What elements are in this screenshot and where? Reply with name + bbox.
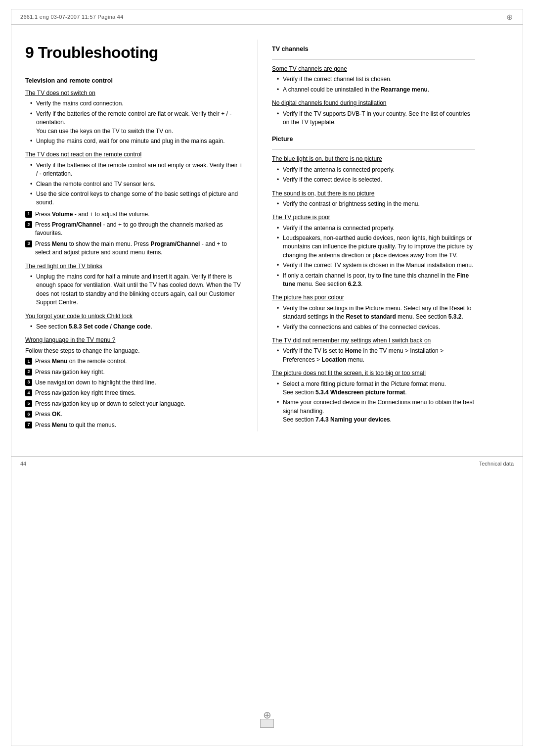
subsection-child-lock: You forgot your code to unlock Child loc…: [25, 312, 243, 321]
chapter-number: 9: [25, 44, 34, 61]
page-footer: 44 Technical data: [11, 456, 523, 471]
subsection-sound-on: The sound is on, but there is no picture: [272, 189, 475, 198]
lang-step-text-7: Press Menu to quit the menus.: [35, 421, 243, 429]
subsection-tv-no-react: The TV does not react on the remote cont…: [25, 150, 243, 159]
section-tv-channels-title: TV channels: [272, 46, 475, 52]
footer-right-text: Technical data: [479, 461, 514, 467]
bullet-list-channels-gone: Verify if the correct channel list is ch…: [272, 75, 475, 94]
bullet-list-picture-poor: Verify if the antenna is connected prope…: [272, 224, 475, 289]
lang-step-text-5: Press navigation key up or down to selec…: [35, 400, 243, 408]
numbered-item-2: 2 Press Program/Channel - and + to go th…: [25, 221, 243, 238]
list-item: Verify if the batteries of the remote co…: [30, 161, 243, 179]
list-item: Clean the remote control and TV sensor l…: [30, 180, 243, 189]
list-item: A channel could be uninstalled in the Re…: [277, 86, 475, 94]
subsection-picture-poor: The TV picture is poor: [272, 213, 475, 222]
bullet-list-red-light: Unplug the mains cord for half a minute …: [25, 273, 243, 307]
list-item: Verify the mains cord connection.: [30, 99, 243, 108]
list-item: Unplug the mains cord, wait for one minu…: [30, 137, 243, 145]
list-item: Name your connected device in the Connec…: [277, 398, 475, 424]
lang-step-text-4: Press navigation key right three times.: [35, 389, 243, 397]
bullet-list-poor-colour: Verify the colour settings in the Pictur…: [272, 304, 475, 331]
bullet-list-no-digital: Verify if the TV supports DVB-T in your …: [272, 110, 475, 127]
numbered-item-3: 3 Press Menu to show the main menu. Pres…: [25, 240, 243, 257]
header-crosshair: [505, 12, 514, 21]
picture-divider: [272, 149, 475, 150]
subsection-tv-no-switch: The TV does not switch on: [25, 89, 243, 97]
list-item: See section 5.8.3 Set code / Change code…: [30, 323, 243, 331]
num-badge-l7: 7: [25, 422, 32, 428]
lang-step-7: 7 Press Menu to quit the menus.: [25, 421, 243, 429]
bullet-list-child-lock: See section 5.8.3 Set code / Change code…: [25, 323, 243, 331]
lang-step-text-3: Use navigation down to highlight the thi…: [35, 378, 243, 387]
lang-step-text-1: Press Menu on the remote control.: [35, 357, 243, 366]
bullet-list-no-switch: Verify the mains cord connection. Verify…: [25, 99, 243, 145]
right-column: TV channels Some TV channels are gone Ve…: [258, 40, 475, 431]
section-picture-title: Picture: [272, 136, 475, 142]
num-badge-3: 3: [25, 240, 32, 247]
num-badge-l6: 6: [25, 411, 32, 418]
section-tv-remote-title: Television and remote control: [25, 77, 243, 84]
num-badge-l1: 1: [25, 358, 32, 365]
lang-step-text-6: Press OK.: [35, 410, 243, 419]
num-badge-l5: 5: [25, 400, 32, 407]
page-number: 44: [20, 461, 26, 467]
lang-step-5: 5 Press navigation key up or down to sel…: [25, 400, 243, 408]
list-item: Verify the contrast or brightness settin…: [277, 200, 475, 208]
list-item: Verify if the correct channel list is ch…: [277, 75, 475, 84]
bullet-list-no-react: Verify if the batteries of the remote co…: [25, 161, 243, 207]
list-item: Verify if the correct TV system is chose…: [277, 261, 475, 270]
list-item: Verify if the TV is set to Home in the T…: [277, 347, 475, 364]
lang-step-4: 4 Press navigation key right three times…: [25, 389, 243, 397]
item-text-1: Press Volume - and + to adjust the volum…: [35, 210, 243, 219]
chapter-name: Troubleshooting: [38, 44, 158, 61]
lang-intro: Follow these steps to change the languag…: [25, 347, 243, 355]
page-border: 2661.1 eng 03-07-2007 11:57 Pagina 44 9 …: [11, 9, 523, 746]
print-mark: [260, 719, 274, 728]
list-item: Verify if the antenna is connected prope…: [277, 166, 475, 174]
section-divider: [25, 71, 243, 71]
bullet-list-sound-on: Verify the contrast or brightness settin…: [272, 200, 475, 208]
lang-step-3: 3 Use navigation down to highlight the t…: [25, 378, 243, 387]
bullet-list-settings-lost: Verify if the TV is set to Home in the T…: [272, 347, 475, 364]
left-column: 9 Troubleshooting Television and remote …: [25, 40, 243, 431]
header-meta: 2661.1 eng 03-07-2007 11:57 Pagina 44: [20, 14, 124, 20]
tv-channels-divider: [272, 59, 475, 60]
list-item: Verify if the batteries of the remote co…: [30, 110, 243, 136]
list-item: Verify if the correct device is selected…: [277, 176, 475, 184]
subsection-picture-size: The picture does not fit the screen, it …: [272, 369, 475, 378]
item-text-2: Press Program/Channel - and + to go thro…: [35, 221, 243, 238]
list-item: Loudspeakers, non-earthed audio devices,…: [277, 234, 475, 260]
lang-step-text-2: Press navigation key right.: [35, 368, 243, 377]
subsection-red-light: The red light on the TV blinks: [25, 262, 243, 271]
num-badge-l3: 3: [25, 379, 32, 386]
main-content: 9 Troubleshooting Television and remote …: [11, 25, 523, 446]
lang-step-6: 6 Press OK.: [25, 410, 243, 419]
list-item: Verify the connections and cables of the…: [277, 323, 475, 331]
list-item: Use the side control keys to change some…: [30, 190, 243, 207]
list-item: Verify if the TV supports DVB-T in your …: [277, 110, 475, 127]
lang-step-2: 2 Press navigation key right.: [25, 368, 243, 377]
page-header: 2661.1 eng 03-07-2007 11:57 Pagina 44: [11, 9, 523, 25]
lang-step-1: 1 Press Menu on the remote control.: [25, 357, 243, 366]
num-badge-l4: 4: [25, 389, 32, 396]
num-badge-2: 2: [25, 221, 32, 228]
list-item: Verify the colour settings in the Pictur…: [277, 304, 475, 322]
chapter-title: 9 Troubleshooting: [25, 44, 243, 62]
num-badge-1: 1: [25, 211, 32, 218]
list-item: Unplug the mains cord for half a minute …: [30, 273, 243, 307]
bullet-list-blue-light: Verify if the antenna is connected prope…: [272, 166, 475, 185]
subsection-wrong-lang: Wrong language in the TV menu ?: [25, 336, 243, 344]
subsection-poor-colour: The picture has poor colour: [272, 293, 475, 302]
subsection-settings-lost: The TV did not remember my settings when…: [272, 336, 475, 345]
subsection-no-digital: No digital channels found during install…: [272, 99, 475, 107]
num-badge-l2: 2: [25, 369, 32, 376]
list-item: Verify if the antenna is connected prope…: [277, 224, 475, 233]
subsection-blue-light: The blue light is on, but there is no pi…: [272, 155, 475, 163]
numbered-item-1: 1 Press Volume - and + to adjust the vol…: [25, 210, 243, 219]
subsection-channels-gone: Some TV channels are gone: [272, 65, 475, 73]
list-item: If only a certain channel is poor, try t…: [277, 272, 475, 289]
bullet-list-picture-size: Select a more fitting picture format in …: [272, 380, 475, 425]
item-text-3: Press Menu to show the main menu. Press …: [35, 240, 243, 257]
list-item: Select a more fitting picture format in …: [277, 380, 475, 397]
